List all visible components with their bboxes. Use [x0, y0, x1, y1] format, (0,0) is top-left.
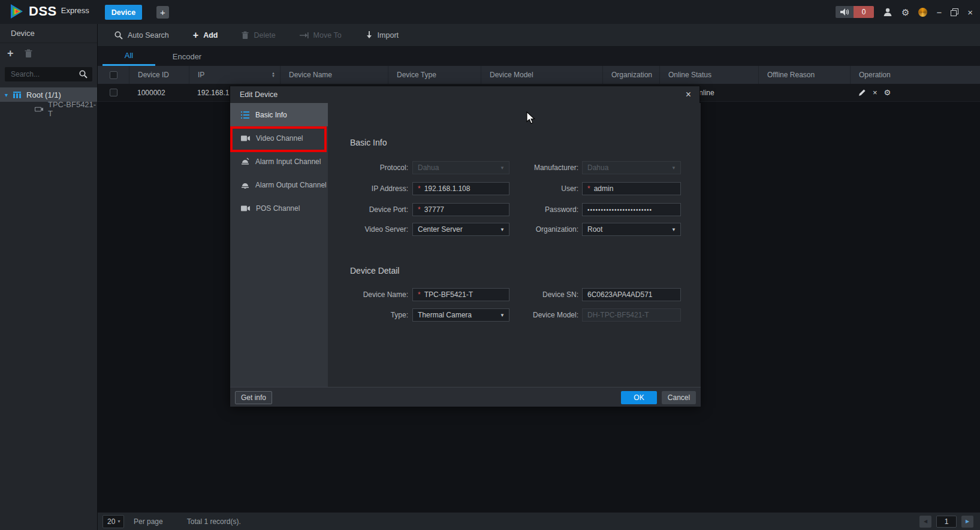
header-device-id[interactable]: Device ID — [129, 66, 189, 84]
required-star: * — [587, 184, 590, 193]
edit-pencil-icon[interactable] — [858, 89, 866, 96]
next-page-button[interactable]: ▶ — [961, 516, 973, 528]
dss-logo-icon — [8, 3, 25, 20]
alarm-sound-control[interactable]: 0 — [836, 6, 874, 18]
add-device-button[interactable]: + Add — [193, 30, 218, 41]
per-page-select[interactable]: 20 ▼ — [102, 515, 124, 528]
header-device-type[interactable]: Device Type — [388, 66, 481, 84]
menu-item-basic-info[interactable]: Basic Info — [230, 103, 328, 126]
video-server-select[interactable]: Center Server ▼ — [412, 223, 509, 236]
header-ip-label: IP — [198, 71, 204, 79]
sort-icon[interactable]: ▲▼ — [272, 72, 275, 78]
move-to-button[interactable]: Move To — [300, 31, 342, 40]
password-label: Password: — [506, 205, 578, 214]
chevron-down-icon: ▼ — [500, 227, 505, 232]
alarm-count-badge[interactable]: 0 — [854, 6, 874, 18]
chevron-down-icon: ▼ — [500, 165, 505, 171]
menu-item-pos-channel[interactable]: POS Channel — [230, 196, 328, 220]
header-online-status[interactable]: Online Status — [659, 66, 758, 84]
header-select-all[interactable] — [98, 66, 129, 84]
menu-item-video-channel[interactable]: Video Channel — [230, 126, 328, 150]
new-tab-button[interactable]: + — [156, 6, 169, 19]
chevron-down-icon: ▼ — [117, 519, 121, 523]
type-value: Thermal Camera — [418, 311, 472, 319]
manufacturer-value: Dahua — [587, 163, 608, 172]
dialog-close-icon[interactable]: × — [686, 89, 691, 100]
status-wheel-icon[interactable] — [918, 8, 927, 17]
header-organization[interactable]: Organization — [602, 66, 659, 84]
user-icon[interactable] — [883, 7, 892, 17]
dialog-footer: Get info OK Cancel — [230, 387, 701, 407]
cancel-button[interactable]: Cancel — [662, 391, 696, 404]
config-gear-icon[interactable]: ⚙ — [884, 88, 891, 97]
import-label: Import — [378, 31, 399, 40]
select-all-checkbox[interactable] — [110, 71, 117, 79]
device-port-field[interactable]: * 37777 — [412, 203, 509, 216]
header-offline-reason[interactable]: Offline Reason — [758, 66, 850, 84]
camera-icon — [35, 107, 43, 112]
tree-device-label[interactable]: TPC-BF5421-T — [48, 100, 97, 118]
move-to-icon — [300, 32, 309, 39]
import-button[interactable]: Import — [366, 31, 399, 40]
auto-search-button[interactable]: Auto Search — [114, 31, 169, 40]
tree-root-label[interactable]: Root (1/1) — [26, 90, 61, 99]
restore-icon[interactable] — [951, 8, 958, 16]
tab-all[interactable]: All — [102, 47, 155, 66]
header-device-name[interactable]: Device Name — [280, 66, 388, 84]
tab-device[interactable]: Device — [105, 5, 142, 20]
per-page-label: Per page — [134, 517, 163, 526]
plus-icon: + — [193, 30, 198, 41]
sidebar-search[interactable] — [5, 67, 92, 81]
per-page-value: 20 — [107, 517, 115, 526]
minimize-icon[interactable]: − — [936, 7, 942, 17]
chevron-down-icon[interactable]: ▾ — [5, 92, 8, 98]
titlebar: DSS Express Device + 0 ⚙ − × — [0, 0, 980, 24]
organization-select[interactable]: Root ▼ — [582, 223, 681, 236]
close-icon[interactable]: × — [967, 7, 973, 17]
menu-item-alarm-output-channel[interactable]: Alarm Output Channel — [230, 173, 328, 196]
device-sn-field[interactable]: 6C0623APA4AD571 — [582, 288, 681, 301]
ok-button[interactable]: OK — [621, 391, 657, 404]
chevron-down-icon: ▼ — [671, 227, 676, 232]
device-name-field[interactable]: * TPC-BF5421-T — [412, 288, 509, 301]
menu-item-label: Alarm Output Channel — [255, 181, 327, 189]
password-field[interactable]: •••••••••••••••••••••••• — [582, 203, 681, 216]
required-star: * — [418, 290, 421, 299]
password-value: •••••••••••••••••••••••• — [587, 207, 652, 213]
add-organization-button[interactable]: + — [7, 47, 14, 60]
app-logo: DSS Express — [8, 3, 89, 20]
video-server-value: Center Server — [418, 225, 463, 234]
delete-organization-icon[interactable] — [25, 49, 32, 58]
header-ip[interactable]: IP ▲▼ — [189, 66, 280, 84]
menu-item-alarm-input-channel[interactable]: Alarm Input Channel — [230, 150, 328, 173]
row-checkbox[interactable] — [110, 89, 117, 96]
current-page-number[interactable]: 1 — [936, 516, 957, 528]
header-operation[interactable]: Operation — [850, 66, 980, 84]
speaker-icon[interactable] — [836, 6, 854, 18]
device-sidebar: Device + ▾ Root (1/1) TP — [0, 24, 98, 530]
delete-device-button[interactable]: Delete — [242, 31, 275, 40]
settings-gear-icon[interactable]: ⚙ — [901, 8, 909, 17]
device-model-field[interactable]: DH-TPC-BF5421-T — [582, 308, 681, 322]
prev-page-button[interactable]: ◀ — [919, 516, 931, 528]
manufacturer-select[interactable]: Dahua ▼ — [582, 161, 681, 174]
brand-text: DSS — [29, 4, 57, 19]
type-select[interactable]: Thermal Camera ▼ — [412, 308, 509, 322]
ip-address-field[interactable]: * 192.168.1.108 — [412, 182, 509, 195]
header-device-model[interactable]: Device Model — [481, 66, 602, 84]
delete-x-icon[interactable]: × — [873, 88, 878, 97]
search-icon[interactable] — [79, 70, 88, 78]
user-field[interactable]: * admin — [582, 182, 681, 195]
trash-icon — [242, 31, 249, 40]
section-basic-info: Basic Info — [350, 138, 387, 147]
ip-address-label: IP Address: — [332, 184, 408, 193]
add-label: Add — [203, 31, 218, 40]
protocol-value: Dahua — [418, 163, 439, 172]
pagination-bar: 20 ▼ Per page Total 1 record(s). ◀ 1 ▶ — [98, 512, 980, 530]
tab-encoder[interactable]: Encoder — [164, 47, 210, 66]
tree-node-device[interactable]: TPC-BF5421-T — [0, 102, 97, 116]
search-icon — [114, 31, 123, 40]
get-info-button[interactable]: Get info — [235, 391, 272, 404]
protocol-select[interactable]: Dahua ▼ — [412, 161, 509, 174]
total-records-label: Total 1 record(s). — [187, 517, 241, 526]
